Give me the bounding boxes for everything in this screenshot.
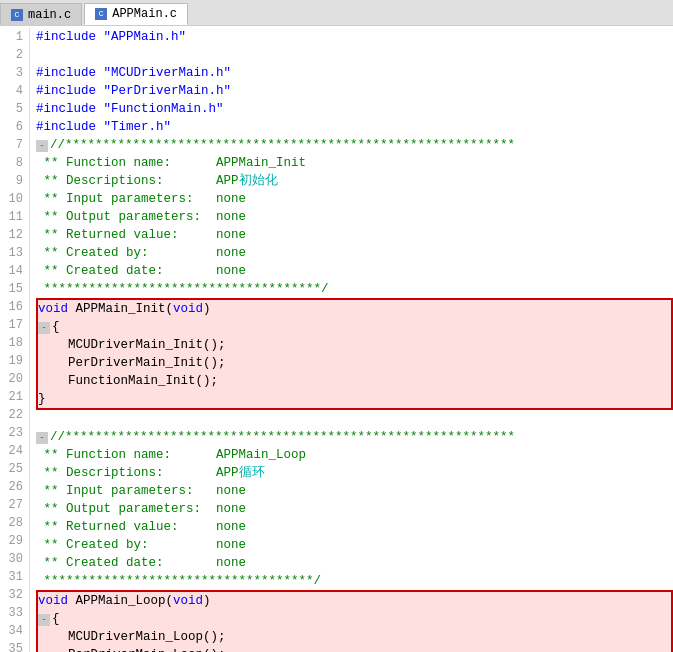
code-line-6: #include "Timer.h" <box>36 118 673 136</box>
code-line-20: FunctionMain_Init(); <box>36 372 673 390</box>
code-line-9: ** Descriptions: APP初始化 <box>36 172 673 190</box>
code-line-17: -{ <box>36 318 673 336</box>
code-line-22 <box>36 410 673 428</box>
code-line-26: ** Input parameters: none <box>36 482 673 500</box>
code-line-23: -//*************************************… <box>36 428 673 446</box>
tab-label-appmain-c: APPMain.c <box>112 7 177 21</box>
code-line-29: ** Created by: none <box>36 536 673 554</box>
code-line-30: ** Created date: none <box>36 554 673 572</box>
editor-container: c main.c c APPMain.c 12345 678910 111213… <box>0 0 673 652</box>
fold-17[interactable]: - <box>38 322 50 334</box>
code-content: #include "APPMain.h" #include "MCUDriver… <box>30 28 673 652</box>
code-line-16: void APPMain_Init(void) <box>36 298 673 318</box>
code-line-12: ** Returned value: none <box>36 226 673 244</box>
code-line-1: #include "APPMain.h" <box>36 28 673 46</box>
code-line-5: #include "FunctionMain.h" <box>36 100 673 118</box>
code-line-10: ** Input parameters: none <box>36 190 673 208</box>
tab-label-main-c: main.c <box>28 8 71 22</box>
line-numbers: 12345 678910 1112131415 1617181920 21222… <box>0 28 30 652</box>
code-line-11: ** Output parameters: none <box>36 208 673 226</box>
tab-main-c[interactable]: c main.c <box>0 3 82 25</box>
fold-23[interactable]: - <box>36 432 48 444</box>
code-line-34: MCUDriverMain_Loop(); <box>36 628 673 646</box>
code-line-3: #include "MCUDriverMain.h" <box>36 64 673 82</box>
code-line-25: ** Descriptions: APP循环 <box>36 464 673 482</box>
tab-bar: c main.c c APPMain.c <box>0 0 673 26</box>
code-line-7: -//*************************************… <box>36 136 673 154</box>
fold-33[interactable]: - <box>38 614 50 626</box>
code-line-13: ** Created by: none <box>36 244 673 262</box>
tab-appmain-c[interactable]: c APPMain.c <box>84 3 188 25</box>
tab-icon-appmain-c: c <box>95 8 107 20</box>
code-area: 12345 678910 1112131415 1617181920 21222… <box>0 26 673 652</box>
code-line-8: ** Function name: APPMain_Init <box>36 154 673 172</box>
fold-7[interactable]: - <box>36 140 48 152</box>
code-line-14: ** Created date: none <box>36 262 673 280</box>
code-line-2 <box>36 46 673 64</box>
code-line-24: ** Function name: APPMain_Loop <box>36 446 673 464</box>
code-line-35: PerDriverMain_Loop(); <box>36 646 673 652</box>
code-line-28: ** Returned value: none <box>36 518 673 536</box>
code-line-18: MCUDriverMain_Init(); <box>36 336 673 354</box>
code-line-31: ************************************/ <box>36 572 673 590</box>
code-line-19: PerDriverMain_Init(); <box>36 354 673 372</box>
code-line-33: -{ <box>36 610 673 628</box>
code-line-4: #include "PerDriverMain.h" <box>36 82 673 100</box>
code-line-27: ** Output parameters: none <box>36 500 673 518</box>
code-line-15: *************************************/ <box>36 280 673 298</box>
code-line-32: void APPMain_Loop(void) <box>36 590 673 610</box>
tab-icon-main-c: c <box>11 9 23 21</box>
code-line-21: } <box>36 390 673 410</box>
